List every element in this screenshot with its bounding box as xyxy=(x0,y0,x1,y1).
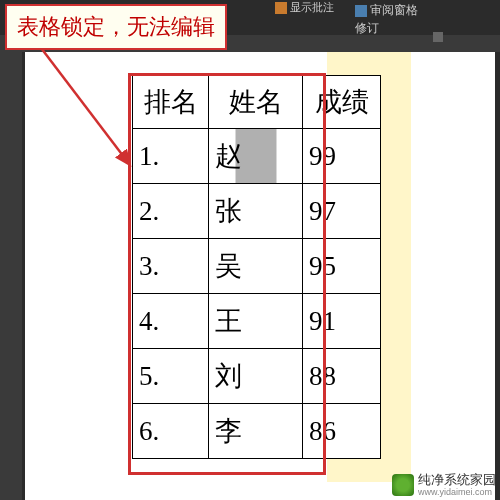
watermark-brand: 纯净系统家园 xyxy=(418,473,496,487)
cell-name[interactable]: 刘 xyxy=(209,349,303,404)
cell-name[interactable]: 王 xyxy=(209,294,303,349)
cell-score[interactable]: 91 xyxy=(303,294,381,349)
watermark-logo-icon xyxy=(392,474,414,496)
cell-rank[interactable]: 2. xyxy=(133,184,209,239)
table-row: 4. 王 91 xyxy=(133,294,381,349)
vertical-ruler[interactable] xyxy=(0,52,22,500)
cell-score[interactable]: 95 xyxy=(303,239,381,294)
show-comment-label: 显示批注 xyxy=(290,0,334,15)
watermark-url: www.yidaimei.com xyxy=(418,487,496,497)
cell-rank[interactable]: 1. xyxy=(133,129,209,184)
cell-rank[interactable]: 5. xyxy=(133,349,209,404)
header-rank[interactable]: 排名 xyxy=(133,76,209,129)
table-row: 1. 赵 99 xyxy=(133,129,381,184)
cell-score[interactable]: 99 xyxy=(303,129,381,184)
show-comment-button[interactable]: 显示批注 xyxy=(275,0,334,15)
cell-name[interactable]: 吴 xyxy=(209,239,303,294)
callout-text: 表格锁定，无法编辑 xyxy=(17,14,215,39)
table-header-row: 排名 姓名 成绩 xyxy=(133,76,381,129)
cell-score[interactable]: 86 xyxy=(303,404,381,459)
cell-score[interactable]: 97 xyxy=(303,184,381,239)
ruler-tab-stop[interactable] xyxy=(433,32,443,42)
cell-rank[interactable]: 6. xyxy=(133,404,209,459)
table-row: 6. 李 86 xyxy=(133,404,381,459)
cell-score[interactable]: 88 xyxy=(303,349,381,404)
review-pane-icon xyxy=(355,5,367,17)
data-table: 排名 姓名 成绩 1. 赵 99 2. 张 97 3. 吴 95 4. 王 91… xyxy=(132,75,381,459)
comment-icon xyxy=(275,2,287,14)
header-name[interactable]: 姓名 xyxy=(209,76,303,129)
cell-name[interactable]: 李 xyxy=(209,404,303,459)
callout-annotation: 表格锁定，无法编辑 xyxy=(5,4,227,50)
table-row: 3. 吴 95 xyxy=(133,239,381,294)
watermark: 纯净系统家园 www.yidaimei.com xyxy=(392,473,496,497)
table-row: 2. 张 97 xyxy=(133,184,381,239)
review-pane-button[interactable]: 审阅窗格 xyxy=(355,2,418,19)
review-pane-label: 审阅窗格 xyxy=(370,2,418,19)
cell-rank[interactable]: 4. xyxy=(133,294,209,349)
cell-name[interactable]: 张 xyxy=(209,184,303,239)
cell-name-selected[interactable]: 赵 xyxy=(209,129,303,184)
table-row: 5. 刘 88 xyxy=(133,349,381,404)
header-score[interactable]: 成绩 xyxy=(303,76,381,129)
cell-rank[interactable]: 3. xyxy=(133,239,209,294)
